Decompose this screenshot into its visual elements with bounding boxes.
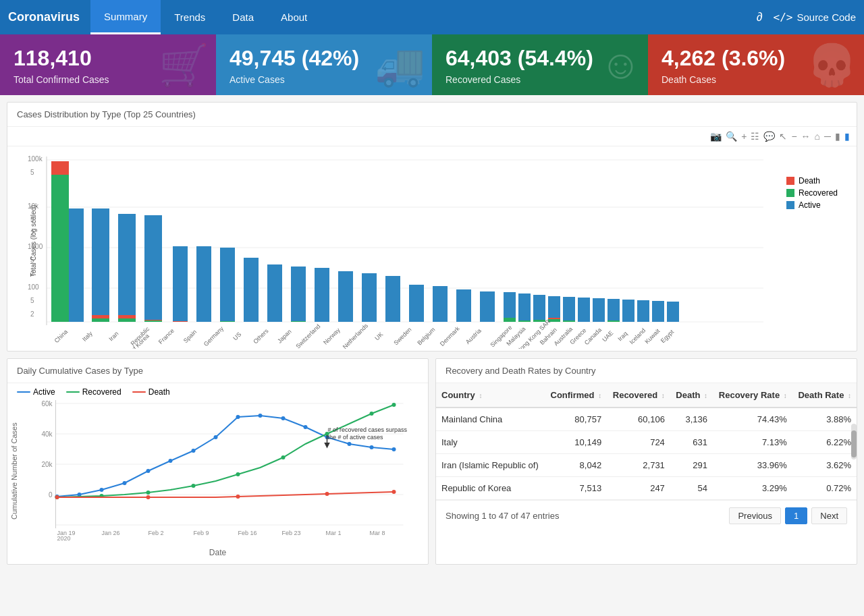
expand-icon[interactable]: ↔	[801, 131, 811, 142]
svg-point-138	[55, 495, 59, 499]
legend-active-label: Active	[799, 200, 821, 210]
home-icon[interactable]: ⌂	[815, 131, 820, 142]
svg-rect-40	[433, 286, 448, 322]
svg-point-139	[146, 495, 151, 499]
share-icon[interactable]: ∂	[757, 10, 763, 24]
active-icon: 🚚	[375, 41, 425, 89]
plus-icon[interactable]: +	[741, 131, 747, 142]
svg-point-124	[304, 425, 308, 429]
sort-recovery-rate-icon[interactable]: ↕	[784, 392, 787, 399]
table-header-row: Country ↕ Confirmed ↕ Recovered ↕ Death …	[436, 383, 857, 408]
svg-rect-21	[118, 318, 136, 322]
cell-country: Mainland China	[436, 408, 545, 431]
sort-recovered-icon[interactable]: ↕	[662, 392, 665, 399]
col-recovery-rate[interactable]: Recovery Rate ↕	[713, 383, 792, 408]
svg-text:2020: 2020	[57, 535, 71, 542]
svg-rect-32	[267, 264, 282, 322]
cell-recovery-rate: 33.96%	[713, 454, 792, 477]
svg-text:Feb 2: Feb 2	[148, 530, 164, 536]
col-recovered[interactable]: Recovered ↕	[607, 383, 670, 408]
arrow-icon[interactable]: ↖	[779, 131, 787, 142]
recovered-icon: ☺	[600, 41, 641, 88]
tab-trends[interactable]: Trends	[161, 0, 219, 34]
svg-rect-26	[173, 246, 188, 322]
table-scrollbar[interactable]	[851, 424, 857, 459]
navbar: Coronavirus Summary Trends Data About ∂ …	[0, 0, 864, 34]
col-country[interactable]: Country ↕	[436, 383, 545, 408]
svg-text:Feb 23: Feb 23	[282, 530, 301, 536]
svg-text:Others: Others	[252, 327, 270, 345]
confirmed-icon: 🛒	[159, 41, 209, 89]
sort-confirmed-icon[interactable]: ↕	[598, 392, 601, 399]
table-title: Recovery and Death Rates by Country	[436, 359, 857, 383]
svg-text:Italy: Italy	[81, 330, 94, 343]
col-death-rate[interactable]: Death Rate ↕	[792, 383, 857, 408]
svg-text:# of recovered cases surpass: # of recovered cases surpass	[328, 426, 408, 433]
grid-icon[interactable]: ☷	[751, 131, 759, 142]
chart-and-legend: 100k 5 10k 5 2 1000 5 2 100 5 2	[7, 146, 857, 351]
svg-rect-30	[220, 321, 235, 322]
recovered-color	[786, 189, 794, 197]
svg-point-121	[236, 415, 240, 419]
sort-country-icon[interactable]: ↕	[479, 392, 482, 399]
svg-rect-53	[563, 320, 575, 322]
svg-point-136	[370, 412, 374, 416]
y-axis-label: Cumulative Number of Cases	[7, 397, 21, 545]
svg-text:Netherlands: Netherlands	[342, 322, 370, 349]
col-death[interactable]: Death ↕	[670, 383, 713, 408]
source-code-link[interactable]: </> Source Code	[774, 11, 856, 24]
prev-button[interactable]: Previous	[729, 507, 781, 524]
svg-point-141	[325, 492, 329, 496]
camera-icon[interactable]: 📷	[710, 131, 722, 142]
col-confirmed[interactable]: Confirmed ↕	[545, 383, 607, 408]
tab-summary[interactable]: Summary	[90, 0, 161, 34]
svg-rect-47	[533, 295, 545, 322]
tab-about[interactable]: About	[267, 0, 321, 34]
svg-rect-33	[291, 267, 306, 322]
svg-rect-24	[144, 320, 162, 322]
svg-rect-41	[456, 289, 471, 322]
svg-text:Iran: Iran	[107, 330, 119, 342]
svg-point-140	[236, 495, 240, 499]
comment-icon[interactable]: 💬	[763, 131, 775, 142]
page-1-button[interactable]: 1	[785, 507, 807, 524]
legend-active-line: Active	[17, 387, 55, 397]
svg-rect-38	[385, 276, 400, 322]
active-color	[786, 201, 794, 209]
svg-text:Germany: Germany	[202, 325, 225, 347]
svg-text:the # of active cases: the # of active cases	[328, 434, 384, 441]
bar-china-death	[51, 161, 69, 175]
svg-rect-61	[667, 302, 679, 322]
next-button[interactable]: Next	[811, 507, 847, 524]
svg-text:Sweden: Sweden	[392, 326, 412, 346]
minus-icon[interactable]: −	[791, 131, 796, 142]
death-color	[786, 177, 794, 185]
tab-data[interactable]: Data	[219, 0, 267, 34]
recovered-line-dot	[66, 391, 80, 393]
svg-text:Canada: Canada	[583, 327, 603, 346]
legend-death-line: Death	[132, 387, 170, 397]
svg-text:Austria: Austria	[464, 327, 483, 345]
bar-icon[interactable]: ▮	[835, 131, 840, 142]
svg-text:20k: 20k	[41, 461, 53, 468]
line-chart-panel: Daily Cumulative Cases by Type Active Re…	[7, 358, 429, 565]
svg-rect-34	[291, 321, 306, 322]
active-chart-icon[interactable]: ▮	[844, 131, 850, 142]
zoom-icon[interactable]: 🔍	[726, 131, 737, 142]
sort-death-rate-icon[interactable]: ↕	[848, 392, 851, 399]
cell-death: 54	[670, 477, 713, 500]
stat-confirmed: 118,410 Total Confirmed Cases 🛒	[0, 34, 216, 95]
svg-point-132	[192, 484, 196, 488]
line-icon[interactable]: ─	[824, 131, 831, 142]
svg-rect-42	[480, 291, 495, 322]
svg-point-137	[392, 403, 396, 407]
cell-recovered: 247	[607, 477, 670, 500]
table-panel: Recovery and Death Rates by Country Coun…	[435, 358, 857, 565]
cell-confirmed: 7,513	[545, 477, 607, 500]
scrollbar-thumb[interactable]	[851, 430, 857, 457]
legend-active-line-label: Active	[33, 387, 55, 397]
sort-death-icon[interactable]: ↕	[704, 392, 707, 399]
svg-text:China: China	[53, 329, 70, 345]
svg-rect-18	[92, 318, 109, 322]
svg-rect-57	[608, 320, 620, 322]
